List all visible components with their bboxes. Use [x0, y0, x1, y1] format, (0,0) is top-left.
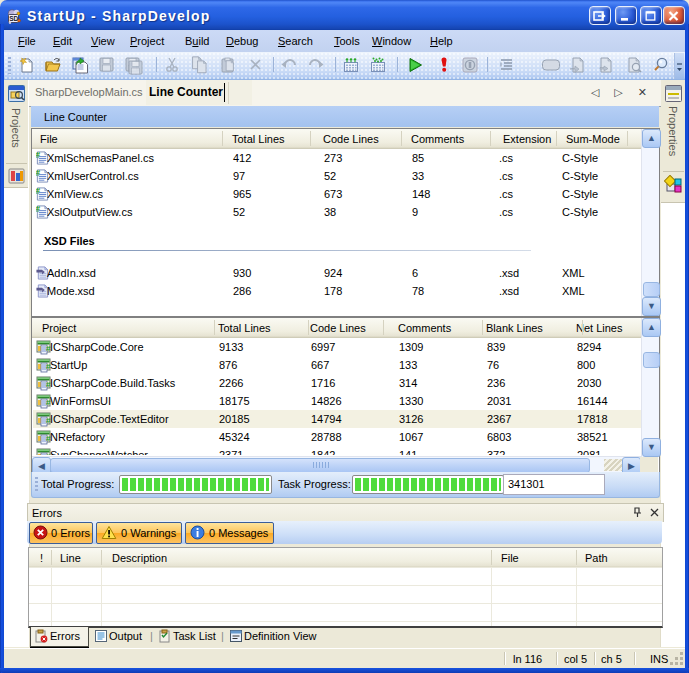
svg-text:#: #	[36, 187, 41, 196]
svg-text:#: #	[36, 205, 41, 214]
svg-text:#: #	[36, 169, 41, 178]
svg-text:SD: SD	[9, 15, 18, 22]
svg-text:#: #	[36, 151, 41, 160]
